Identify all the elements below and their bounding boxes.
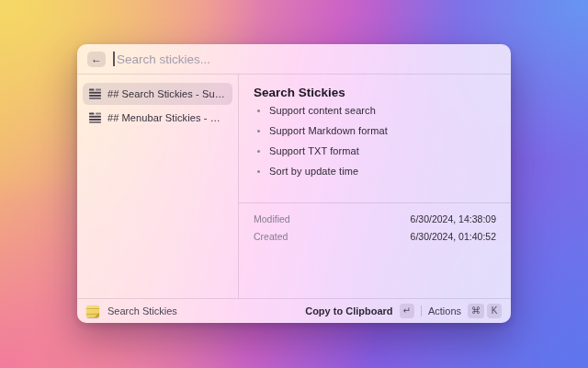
metadata-section: Modified 6/30/2024, 14:38:09 Created 6/3… xyxy=(254,203,496,251)
metadata-row: Created 6/30/2024, 01:40:52 xyxy=(254,227,496,245)
footer-separator xyxy=(421,305,422,316)
feature-item: Support Markdown format xyxy=(269,125,496,136)
list-item[interactable]: ## Search Stickies - Support ... xyxy=(83,83,232,105)
metadata-value: 6/30/2024, 14:38:09 xyxy=(411,213,496,224)
text-lines-icon xyxy=(89,112,101,123)
detail-pane: Search Stickies Support content search S… xyxy=(239,75,511,298)
actions-label: Actions xyxy=(428,305,461,316)
launcher-window: ← ## Search Stickies - Support ... xyxy=(77,44,511,323)
app-name: Search Stickies xyxy=(107,305,177,316)
actions-shortcut: ⌘ K xyxy=(468,304,502,318)
results-list: ## Search Stickies - Support ... ## Menu… xyxy=(77,75,239,298)
back-button[interactable]: ← xyxy=(87,52,106,67)
sticky-note-icon xyxy=(86,305,99,317)
metadata-label: Modified xyxy=(254,213,290,224)
metadata-value: 6/30/2024, 01:40:52 xyxy=(411,231,496,242)
footer-actions: Copy to Clipboard ↵ Actions ⌘ K xyxy=(305,304,502,318)
feature-item: Support TXT format xyxy=(269,145,496,156)
feature-list: Support content search Support Markdown … xyxy=(254,105,496,177)
feature-item: Support content search xyxy=(269,105,496,116)
text-lines-icon xyxy=(89,88,101,99)
metadata-label: Created xyxy=(254,231,288,242)
text-caret xyxy=(113,52,115,66)
action-bar: Search Stickies Copy to Clipboard ↵ Acti… xyxy=(77,298,511,323)
copy-to-clipboard-button[interactable]: Copy to Clipboard ↵ xyxy=(305,304,414,318)
search-input[interactable] xyxy=(113,52,501,66)
metadata-row: Modified 6/30/2024, 14:38:09 xyxy=(254,210,496,227)
list-item-label: ## Search Stickies - Support ... xyxy=(107,88,226,99)
back-arrow-icon: ← xyxy=(91,53,102,64)
list-item[interactable]: ## Menubar Stickies - Support... xyxy=(83,107,232,129)
feature-item: Sort by update time xyxy=(269,166,496,177)
search-bar: ← xyxy=(77,44,511,75)
content-area: ## Search Stickies - Support ... ## Menu… xyxy=(77,75,511,298)
copy-to-clipboard-label: Copy to Clipboard xyxy=(305,305,392,316)
markdown-preview: Search Stickies Support content search S… xyxy=(254,86,496,202)
list-item-label: ## Menubar Stickies - Support... xyxy=(107,112,226,123)
app-chip: Search Stickies xyxy=(86,305,177,317)
cmd-key-icon: ⌘ xyxy=(468,304,484,318)
return-key-icon: ↵ xyxy=(400,304,414,318)
actions-menu-button[interactable]: Actions ⌘ K xyxy=(428,304,502,318)
detail-title: Search Stickies xyxy=(254,86,496,99)
search-field-wrap xyxy=(113,52,501,66)
k-key-icon: K xyxy=(487,304,502,318)
